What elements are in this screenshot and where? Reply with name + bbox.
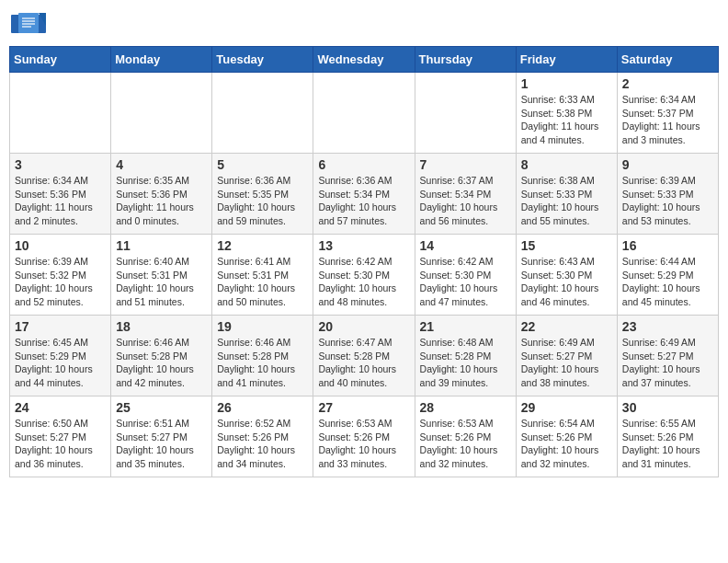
calendar-cell: 10Sunrise: 6:39 AM Sunset: 5:32 PM Dayli…: [10, 235, 111, 316]
calendar-cell: [313, 73, 415, 154]
day-number: 20: [318, 319, 409, 334]
day-info: Sunrise: 6:35 AM Sunset: 5:36 PM Dayligh…: [116, 174, 207, 228]
day-number: 10: [15, 238, 106, 253]
day-info: Sunrise: 6:38 AM Sunset: 5:33 PM Dayligh…: [521, 174, 612, 228]
day-info: Sunrise: 6:53 AM Sunset: 5:26 PM Dayligh…: [318, 417, 409, 471]
day-info: Sunrise: 6:49 AM Sunset: 5:27 PM Dayligh…: [622, 336, 713, 390]
day-info: Sunrise: 6:48 AM Sunset: 5:28 PM Dayligh…: [420, 336, 511, 390]
day-number: 15: [521, 238, 612, 253]
day-info: Sunrise: 6:50 AM Sunset: 5:27 PM Dayligh…: [15, 417, 106, 471]
day-info: Sunrise: 6:45 AM Sunset: 5:29 PM Dayligh…: [15, 336, 106, 390]
calendar-cell: [415, 73, 516, 154]
calendar-week-row: 17Sunrise: 6:45 AM Sunset: 5:29 PM Dayli…: [10, 316, 719, 396]
calendar-cell: 29Sunrise: 6:54 AM Sunset: 5:26 PM Dayli…: [516, 396, 617, 477]
calendar-week-row: 10Sunrise: 6:39 AM Sunset: 5:32 PM Dayli…: [10, 235, 719, 316]
day-info: Sunrise: 6:42 AM Sunset: 5:30 PM Dayligh…: [318, 255, 409, 309]
calendar-cell: 6Sunrise: 6:36 AM Sunset: 5:34 PM Daylig…: [313, 154, 415, 235]
day-of-week-header: Monday: [111, 47, 212, 73]
day-info: Sunrise: 6:34 AM Sunset: 5:36 PM Dayligh…: [15, 174, 106, 228]
day-number: 30: [622, 400, 713, 415]
day-number: 6: [318, 157, 409, 172]
day-info: Sunrise: 6:53 AM Sunset: 5:26 PM Dayligh…: [420, 417, 511, 471]
calendar-cell: 24Sunrise: 6:50 AM Sunset: 5:27 PM Dayli…: [10, 396, 111, 477]
day-number: 14: [420, 238, 511, 253]
calendar-cell: 1Sunrise: 6:33 AM Sunset: 5:38 PM Daylig…: [516, 73, 617, 154]
day-info: Sunrise: 6:51 AM Sunset: 5:27 PM Dayligh…: [116, 417, 207, 471]
day-number: 12: [217, 238, 308, 253]
calendar-cell: 25Sunrise: 6:51 AM Sunset: 5:27 PM Dayli…: [111, 396, 212, 477]
day-number: 27: [318, 400, 409, 415]
day-number: 9: [622, 157, 713, 172]
day-number: 25: [116, 400, 207, 415]
day-number: 11: [116, 238, 207, 253]
calendar-cell: 27Sunrise: 6:53 AM Sunset: 5:26 PM Dayli…: [313, 396, 415, 477]
day-number: 28: [420, 400, 511, 415]
day-info: Sunrise: 6:36 AM Sunset: 5:34 PM Dayligh…: [318, 174, 409, 228]
day-number: 29: [521, 400, 612, 415]
day-number: 1: [521, 76, 612, 91]
day-info: Sunrise: 6:43 AM Sunset: 5:30 PM Dayligh…: [521, 255, 612, 309]
day-number: 2: [622, 76, 713, 91]
logo: [9, 9, 53, 39]
calendar-week-row: 24Sunrise: 6:50 AM Sunset: 5:27 PM Dayli…: [10, 396, 719, 477]
calendar-cell: 3Sunrise: 6:34 AM Sunset: 5:36 PM Daylig…: [10, 154, 111, 235]
calendar-cell: 15Sunrise: 6:43 AM Sunset: 5:30 PM Dayli…: [516, 235, 617, 316]
day-of-week-header: Tuesday: [212, 47, 313, 73]
calendar-cell: 19Sunrise: 6:46 AM Sunset: 5:28 PM Dayli…: [212, 316, 313, 396]
day-info: Sunrise: 6:34 AM Sunset: 5:37 PM Dayligh…: [622, 93, 713, 147]
day-number: 5: [217, 157, 308, 172]
day-of-week-header: Saturday: [617, 47, 718, 73]
calendar-cell: 18Sunrise: 6:46 AM Sunset: 5:28 PM Dayli…: [111, 316, 212, 396]
day-info: Sunrise: 6:52 AM Sunset: 5:26 PM Dayligh…: [217, 417, 308, 471]
calendar-cell: [10, 73, 111, 154]
day-info: Sunrise: 6:54 AM Sunset: 5:26 PM Dayligh…: [521, 417, 612, 471]
calendar-cell: 7Sunrise: 6:37 AM Sunset: 5:34 PM Daylig…: [415, 154, 516, 235]
day-of-week-header: Thursday: [415, 47, 516, 73]
calendar-cell: 21Sunrise: 6:48 AM Sunset: 5:28 PM Dayli…: [415, 316, 516, 396]
day-number: 22: [521, 319, 612, 334]
day-number: 7: [420, 157, 511, 172]
day-number: 8: [521, 157, 612, 172]
day-number: 17: [15, 319, 106, 334]
day-of-week-header: Wednesday: [313, 47, 415, 73]
calendar-cell: 16Sunrise: 6:44 AM Sunset: 5:29 PM Dayli…: [617, 235, 718, 316]
day-info: Sunrise: 6:40 AM Sunset: 5:31 PM Dayligh…: [116, 255, 207, 309]
calendar-cell: 14Sunrise: 6:42 AM Sunset: 5:30 PM Dayli…: [415, 235, 516, 316]
calendar-week-row: 3Sunrise: 6:34 AM Sunset: 5:36 PM Daylig…: [10, 154, 719, 235]
calendar-cell: 23Sunrise: 6:49 AM Sunset: 5:27 PM Dayli…: [617, 316, 718, 396]
day-info: Sunrise: 6:37 AM Sunset: 5:34 PM Dayligh…: [420, 174, 511, 228]
calendar-cell: 4Sunrise: 6:35 AM Sunset: 5:36 PM Daylig…: [111, 154, 212, 235]
page-header: [9, 9, 719, 39]
day-info: Sunrise: 6:41 AM Sunset: 5:31 PM Dayligh…: [217, 255, 308, 309]
calendar-cell: 2Sunrise: 6:34 AM Sunset: 5:37 PM Daylig…: [617, 73, 718, 154]
calendar-cell: 28Sunrise: 6:53 AM Sunset: 5:26 PM Dayli…: [415, 396, 516, 477]
day-info: Sunrise: 6:39 AM Sunset: 5:33 PM Dayligh…: [622, 174, 713, 228]
day-of-week-header: Sunday: [10, 47, 111, 73]
day-info: Sunrise: 6:33 AM Sunset: 5:38 PM Dayligh…: [521, 93, 612, 147]
day-number: 21: [420, 319, 511, 334]
svg-rect-2: [18, 13, 39, 33]
calendar-cell: 12Sunrise: 6:41 AM Sunset: 5:31 PM Dayli…: [212, 235, 313, 316]
day-info: Sunrise: 6:46 AM Sunset: 5:28 PM Dayligh…: [116, 336, 207, 390]
day-number: 26: [217, 400, 308, 415]
logo-icon: [9, 9, 50, 39]
day-of-week-header: Friday: [516, 47, 617, 73]
calendar-cell: 22Sunrise: 6:49 AM Sunset: 5:27 PM Dayli…: [516, 316, 617, 396]
day-info: Sunrise: 6:39 AM Sunset: 5:32 PM Dayligh…: [15, 255, 106, 309]
day-info: Sunrise: 6:46 AM Sunset: 5:28 PM Dayligh…: [217, 336, 308, 390]
day-info: Sunrise: 6:36 AM Sunset: 5:35 PM Dayligh…: [217, 174, 308, 228]
day-info: Sunrise: 6:55 AM Sunset: 5:26 PM Dayligh…: [622, 417, 713, 471]
calendar-week-row: 1Sunrise: 6:33 AM Sunset: 5:38 PM Daylig…: [10, 73, 719, 154]
day-number: 3: [15, 157, 106, 172]
calendar-cell: 26Sunrise: 6:52 AM Sunset: 5:26 PM Dayli…: [212, 396, 313, 477]
day-info: Sunrise: 6:44 AM Sunset: 5:29 PM Dayligh…: [622, 255, 713, 309]
calendar-cell: 11Sunrise: 6:40 AM Sunset: 5:31 PM Dayli…: [111, 235, 212, 316]
day-info: Sunrise: 6:47 AM Sunset: 5:28 PM Dayligh…: [318, 336, 409, 390]
day-info: Sunrise: 6:49 AM Sunset: 5:27 PM Dayligh…: [521, 336, 612, 390]
day-number: 16: [622, 238, 713, 253]
day-number: 4: [116, 157, 207, 172]
day-number: 23: [622, 319, 713, 334]
calendar-header-row: SundayMondayTuesdayWednesdayThursdayFrid…: [10, 47, 719, 73]
day-number: 19: [217, 319, 308, 334]
day-number: 24: [15, 400, 106, 415]
